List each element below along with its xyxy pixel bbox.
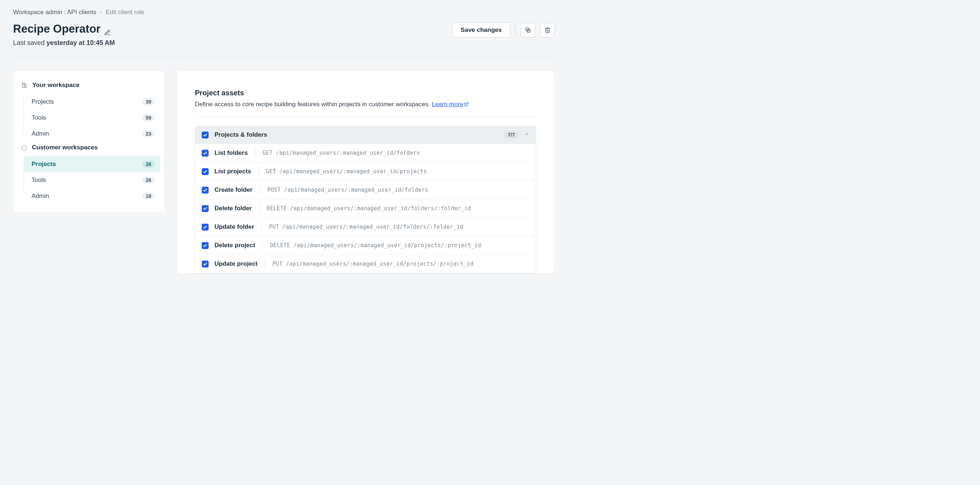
group-checkbox[interactable]: [202, 132, 208, 138]
group-title: Projects & folders: [215, 131, 498, 138]
permission-row: List projectsGET /api/managed_users/:man…: [195, 162, 536, 181]
last-saved-prefix: Last saved: [13, 39, 46, 46]
permission-checkbox[interactable]: [202, 223, 208, 231]
permission-row: Update projectPUT /api/managed_users/:ma…: [195, 254, 536, 273]
chevron-down-icon[interactable]: [524, 132, 529, 138]
permission-endpoint: GET /api/managed_users/:managed_user_id/…: [262, 150, 420, 156]
divider: [255, 149, 255, 157]
sidebar-item-tools[interactable]: Tools26: [24, 172, 160, 188]
sidebar-item-label: Tools: [32, 114, 46, 121]
permission-row: Delete projectDELETE /api/managed_users/…: [195, 236, 536, 254]
divider: [265, 260, 265, 268]
sidebar-item-count: 23: [142, 130, 155, 137]
divider: [262, 223, 262, 231]
permission-name: Create folder: [215, 186, 253, 193]
breadcrumb-parent[interactable]: Workspace admin : API clients: [13, 9, 96, 16]
copy-icon: [525, 27, 531, 33]
permission-checkbox[interactable]: [202, 187, 208, 193]
radio-icon: [21, 145, 27, 151]
permission-name: Update project: [215, 260, 258, 268]
divider: [260, 186, 260, 194]
permissions-panel: Projects & folders 7/7 List foldersGET /…: [195, 126, 536, 273]
sidebar-item-count: 59: [142, 114, 155, 121]
permission-endpoint: PUT /api/managed_users/:managed_user_id/…: [272, 261, 474, 267]
sidebar-section-customer-workspaces[interactable]: Customer workspaces: [18, 142, 160, 156]
last-saved-timestamp: yesterday at 10:45 AM: [46, 39, 115, 46]
divider: [259, 204, 259, 212]
permission-row: Update folderPUT /api/managed_users/:man…: [195, 217, 536, 236]
sidebar-item-admin[interactable]: Admin18: [24, 188, 160, 204]
permission-checkbox[interactable]: [202, 205, 208, 212]
sidebar-section-label: Your workspace: [32, 82, 80, 89]
sidebar-item-count: 39: [142, 98, 155, 106]
breadcrumb-current: Edit client role: [106, 9, 145, 16]
permission-endpoint: DELETE /api/managed_users/:managed_user_…: [267, 205, 471, 212]
sidebar-item-projects[interactable]: Projects26: [24, 156, 160, 172]
sidebar-item-label: Admin: [32, 130, 49, 137]
permission-name: Delete folder: [215, 205, 252, 212]
sidebar-item-label: Admin: [32, 192, 49, 200]
divider: [258, 168, 259, 176]
divider: [13, 58, 555, 58]
learn-more-link[interactable]: Learn more: [432, 101, 469, 108]
save-button[interactable]: Save changes: [452, 22, 510, 38]
sidebar-item-projects[interactable]: Projects39: [24, 94, 160, 110]
section-description: Define access to core recipe building fe…: [195, 101, 536, 108]
divider: [515, 24, 515, 36]
permission-row: List foldersGET /api/managed_users/:mana…: [195, 144, 536, 162]
sidebar-item-label: Tools: [32, 176, 46, 184]
breadcrumb: Workspace admin : API clients Edit clien…: [13, 9, 555, 16]
sidebar-section-your-workspace[interactable]: Your workspace: [18, 79, 160, 94]
chevron-right-icon: [99, 9, 103, 16]
permission-row: Create folderPOST /api/managed_users/:ma…: [195, 181, 536, 199]
permission-checkbox[interactable]: [202, 261, 208, 268]
sidebar: Your workspaceProjects39Tools59Admin23Cu…: [13, 70, 165, 213]
permission-endpoint: GET /api/managed_users/:managed_user_id/…: [266, 168, 427, 175]
page-title: Recipe Operator: [13, 22, 115, 35]
permission-endpoint: PUT /api/managed_users/:managed_user_id/…: [269, 223, 463, 230]
permission-name: Update folder: [215, 223, 255, 231]
permission-name: List folders: [215, 149, 248, 157]
edit-icon[interactable]: [104, 26, 111, 32]
page-title-text: Recipe Operator: [13, 22, 100, 35]
sidebar-section-label: Customer workspaces: [32, 144, 98, 151]
sidebar-item-admin[interactable]: Admin23: [24, 126, 160, 142]
divider: [195, 117, 536, 117]
permission-checkbox[interactable]: [202, 150, 208, 157]
main-panel: Project assets Define access to core rec…: [177, 70, 555, 274]
trash-icon: [544, 27, 551, 33]
section-description-text: Define access to core recipe building fe…: [195, 101, 432, 108]
permissions-group-header[interactable]: Projects & folders 7/7: [195, 126, 536, 144]
permission-row: Delete folderDELETE /api/managed_users/:…: [195, 199, 536, 217]
permission-checkbox[interactable]: [202, 242, 208, 249]
last-saved: Last saved yesterday at 10:45 AM: [13, 39, 115, 47]
sidebar-item-count: 26: [142, 160, 155, 168]
learn-more-text: Learn more: [432, 101, 463, 108]
sidebar-item-tools[interactable]: Tools59: [24, 110, 160, 126]
sidebar-item-count: 18: [142, 192, 155, 200]
permission-endpoint: DELETE /api/managed_users/:managed_user_…: [270, 242, 481, 249]
sidebar-item-label: Projects: [32, 98, 54, 106]
permission-name: Delete project: [215, 242, 255, 249]
copy-button[interactable]: [521, 23, 535, 37]
sidebar-item-label: Projects: [32, 160, 56, 168]
group-count-badge: 7/7: [504, 131, 519, 138]
svg-line-6: [466, 103, 468, 105]
permission-endpoint: POST /api/managed_users/:managed_user_id…: [267, 187, 428, 193]
building-icon: [21, 82, 27, 88]
sidebar-item-count: 26: [142, 176, 155, 184]
permission-name: List projects: [215, 168, 251, 175]
svg-rect-3: [25, 84, 26, 87]
permission-checkbox[interactable]: [202, 168, 208, 175]
external-link-icon: [464, 101, 469, 106]
section-heading: Project assets: [195, 89, 536, 97]
delete-button[interactable]: [540, 23, 555, 37]
